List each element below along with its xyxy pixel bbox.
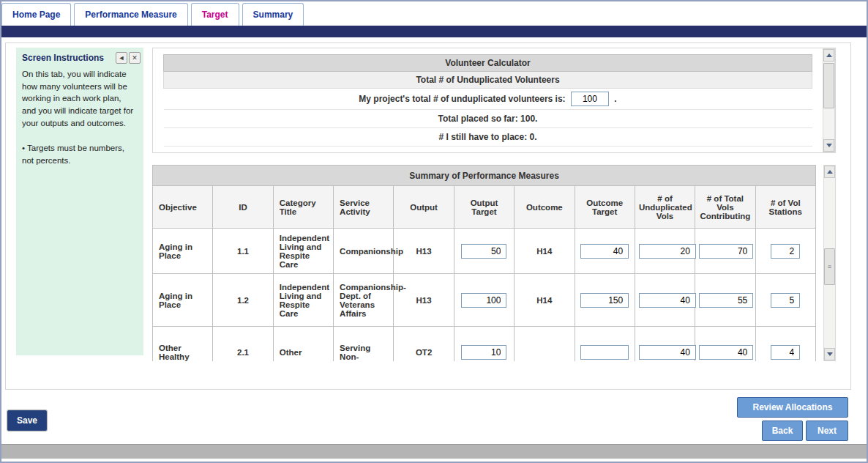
tab-target[interactable]: Target <box>191 3 239 26</box>
cell-vol-stations <box>755 274 815 327</box>
unduplicated-vols-input[interactable] <box>639 345 696 360</box>
cell-total-vols <box>695 327 755 362</box>
vol-stations-input[interactable] <box>771 293 800 308</box>
outcome-target-input[interactable] <box>580 345 629 360</box>
total-vols-input[interactable] <box>699 293 753 308</box>
summary-scrollbar[interactable]: ≡ <box>823 165 836 361</box>
instructions-note: • Targets must be numbers, not percents. <box>16 141 143 166</box>
summary-table-title: Summary of Performance Measures <box>153 166 816 186</box>
scrollbar-track[interactable]: ≡ <box>824 178 835 348</box>
total-vols-input[interactable] <box>699 345 753 360</box>
col-output: Output <box>394 186 454 229</box>
scroll-up-icon <box>827 170 833 174</box>
instructions-text: On this tab, you will indicate how many … <box>16 67 143 129</box>
next-button[interactable]: Next <box>806 421 848 441</box>
cell-unduplicated-vols <box>635 229 695 274</box>
output-target-input[interactable] <box>461 244 506 259</box>
cell-activity: Companionship-Dept. of Veterans Affairs <box>334 274 394 327</box>
back-button[interactable]: Back <box>762 421 803 441</box>
volunteer-calculator-body: Volunteer Calculator Total # of Unduplic… <box>153 48 823 152</box>
calculator-subtitle: Total # of Unduplicated Volunteers <box>164 72 812 89</box>
save-button[interactable]: Save <box>7 410 47 431</box>
cell-outcome: H14 <box>515 274 575 327</box>
header-bar <box>1 26 867 37</box>
unduplicated-volunteers-input[interactable] <box>571 92 609 106</box>
tab-performance-measure[interactable]: Performance Measure <box>74 3 187 26</box>
scroll-down-button[interactable] <box>823 139 834 152</box>
col-total-vols-contributing: # of Total Vols Contributing <box>695 186 755 229</box>
calculator-input-label: My project's total # of unduplicated vol… <box>359 94 565 104</box>
cell-outcome-target <box>575 327 635 362</box>
cell-total-vols <box>695 274 755 327</box>
page: Home Page Performance Measure Target Sum… <box>0 0 868 463</box>
col-category-title: Category Title <box>273 186 333 229</box>
collapse-icon[interactable]: ◄ <box>116 52 127 64</box>
col-output-target: Output Target <box>454 186 514 229</box>
summary-table-header-row: Objective ID Category Title Service Acti… <box>153 186 816 229</box>
tab-summary[interactable]: Summary <box>242 3 304 26</box>
scrollbar-thumb[interactable]: ≡ <box>824 248 835 285</box>
cell-objective: Other Healthy <box>153 327 213 362</box>
instructions-title: Screen Instructions <box>22 53 114 63</box>
cell-objective: Aging in Place <box>153 274 213 327</box>
volunteer-calculator-section: Volunteer Calculator Total # of Unduplic… <box>152 48 836 153</box>
output-target-input[interactable] <box>461 293 506 308</box>
cell-activity: Serving Non- <box>334 327 394 362</box>
calculator-title: Volunteer Calculator <box>164 55 812 72</box>
calculator-input-row: My project's total # of unduplicated vol… <box>164 89 812 110</box>
calculator-input-suffix: . <box>614 94 616 104</box>
cell-category: Independent Living and Respite Care <box>273 274 333 327</box>
cell-total-vols <box>695 229 755 274</box>
col-outcome: Outcome <box>515 186 575 229</box>
scroll-up-button[interactable] <box>823 49 834 62</box>
vol-stations-input[interactable] <box>771 244 800 259</box>
col-objective: Objective <box>153 186 213 229</box>
cell-output-target <box>454 327 514 362</box>
col-service-activity: Service Activity <box>334 186 394 229</box>
cell-id: 1.2 <box>213 274 273 327</box>
table-row: Other Healthy 2.1 Other Serving Non- OT2 <box>153 327 816 362</box>
outcome-target-input[interactable] <box>580 293 629 308</box>
scroll-down-icon <box>826 144 832 147</box>
cell-id: 1.1 <box>213 229 273 274</box>
output-target-input[interactable] <box>461 345 506 360</box>
content-frame: Screen Instructions ◄ ✕ On this tab, you… <box>5 42 851 390</box>
cell-activity: Companionship <box>334 229 394 274</box>
cell-outcome: H14 <box>515 229 575 274</box>
cell-output: OT2 <box>394 327 454 362</box>
volunteer-calculator-table: Volunteer Calculator Total # of Unduplic… <box>163 54 812 147</box>
scroll-down-button[interactable] <box>824 348 835 360</box>
summary-section: Summary of Performance Measures Objectiv… <box>152 165 836 361</box>
scrollbar-track[interactable] <box>823 62 834 139</box>
review-allocations-button[interactable]: Review Allocations <box>737 397 848 418</box>
outcome-target-input[interactable] <box>580 244 629 259</box>
calculator-scrollbar[interactable] <box>823 48 835 152</box>
cell-unduplicated-vols <box>635 274 695 327</box>
instructions-header: Screen Instructions ◄ ✕ <box>16 48 143 67</box>
performance-measures-table: Summary of Performance Measures Objectiv… <box>152 165 816 361</box>
total-placed-text: Total placed so far: 100. <box>164 110 812 128</box>
cell-output: H13 <box>394 274 454 327</box>
scroll-up-button[interactable] <box>824 166 835 178</box>
cell-output-target <box>454 274 514 327</box>
cell-vol-stations <box>755 327 815 362</box>
close-icon[interactable]: ✕ <box>129 52 141 64</box>
table-row: Aging in Place 1.1 Independent Living an… <box>153 229 816 274</box>
main-area: Volunteer Calculator Total # of Unduplic… <box>152 48 836 361</box>
cell-vol-stations <box>755 229 815 274</box>
cell-category: Other <box>273 327 333 362</box>
screen-instructions-panel: Screen Instructions ◄ ✕ On this tab, you… <box>16 48 143 355</box>
cell-outcome-target <box>575 229 635 274</box>
table-row: Aging in Place 1.2 Independent Living an… <box>153 274 816 327</box>
vol-stations-input[interactable] <box>771 345 800 360</box>
unduplicated-vols-input[interactable] <box>639 293 696 308</box>
total-vols-input[interactable] <box>699 244 753 259</box>
tab-home-page[interactable]: Home Page <box>1 3 71 26</box>
scrollbar-thumb[interactable] <box>823 63 834 108</box>
col-id: ID <box>213 186 273 229</box>
cell-objective: Aging in Place <box>153 229 213 274</box>
cell-category: Independent Living and Respite Care <box>273 229 333 274</box>
scroll-up-icon <box>826 53 832 57</box>
unduplicated-vols-input[interactable] <box>639 244 696 259</box>
col-outcome-target: Outcome Target <box>575 186 635 229</box>
